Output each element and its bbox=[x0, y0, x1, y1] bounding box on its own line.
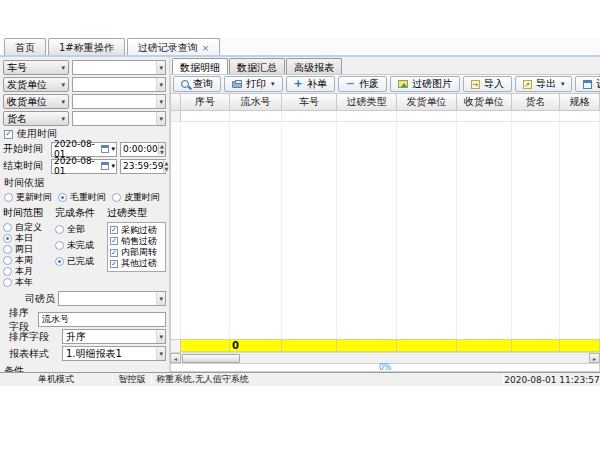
use-time-checkbox[interactable]: ✓ bbox=[4, 130, 13, 139]
col-header-receiver[interactable]: 收货单位 bbox=[457, 94, 512, 111]
radio-tare-time[interactable]: 皮重时间 bbox=[112, 191, 160, 203]
start-date-picker[interactable]: 2020-08-01 ▾ bbox=[51, 142, 117, 157]
weigh-photo-button[interactable]: 过磅图片 bbox=[390, 76, 460, 92]
radio-update-time[interactable]: 更新时间 bbox=[4, 191, 52, 203]
col-header-weightype[interactable]: 过磅类型 bbox=[337, 94, 397, 111]
radio-range-twodays[interactable]: 两日 bbox=[3, 244, 55, 254]
col-header-spec[interactable]: 规格 bbox=[560, 94, 600, 111]
col-header-goods[interactable]: 货名 bbox=[512, 94, 560, 111]
radio-range-week[interactable]: 本周 bbox=[3, 255, 55, 265]
time-basis-options: 更新时间 毛重时间 皮重时间 bbox=[4, 191, 166, 203]
radio-range-month[interactable]: 本月 bbox=[3, 266, 55, 276]
tab-weigh-operation[interactable]: 1#称重操作 bbox=[48, 38, 125, 55]
vehicle-field-label: 车号 bbox=[7, 61, 27, 75]
export-icon bbox=[523, 80, 532, 89]
data-tabstrip: 数据明细 数据汇总 高级报表 bbox=[170, 57, 600, 74]
end-date-picker[interactable]: 2020-08-01 ▾ bbox=[51, 159, 117, 174]
tab-record-query-label: 过磅记录查询 bbox=[138, 41, 198, 55]
grid-body[interactable] bbox=[171, 122, 600, 339]
radio-range-year-label: 本年 bbox=[15, 276, 33, 289]
goods-value-combo[interactable]: ▾ bbox=[72, 111, 166, 126]
close-icon[interactable]: × bbox=[202, 43, 210, 53]
sort-field-input[interactable] bbox=[38, 312, 166, 327]
tab-home[interactable]: 首页 bbox=[4, 38, 46, 55]
report-style-combo[interactable]: 1.明细报表1▾ bbox=[62, 346, 166, 361]
summary-cell bbox=[282, 339, 337, 352]
start-time-spinner[interactable]: 0:00:00 ▲▼ bbox=[120, 142, 166, 157]
radio-finish-incomplete[interactable]: 未完成 bbox=[55, 238, 107, 253]
radio-range-today[interactable]: 本日 bbox=[3, 233, 55, 243]
end-time-spinner[interactable]: 23:59:59 ▲▼ bbox=[120, 159, 166, 174]
tab-record-query[interactable]: 过磅记录查询 × bbox=[127, 38, 221, 55]
checkbox-other-weigh[interactable]: ✓其他过磅 bbox=[110, 259, 163, 269]
settings-button[interactable]: 设置 bbox=[575, 76, 600, 92]
chevron-down-icon: ▾ bbox=[61, 98, 65, 106]
radio-finish-complete[interactable]: 已完成 bbox=[55, 254, 107, 269]
summary-count-cell: 0 bbox=[230, 339, 282, 352]
grid-empty-row bbox=[171, 111, 600, 122]
report-style-label: 报表样式 bbox=[3, 347, 59, 361]
chevron-down-icon: ▾ bbox=[156, 112, 165, 125]
radio-finish-all[interactable]: 全部 bbox=[55, 222, 107, 237]
col-header-shipper[interactable]: 发货单位 bbox=[397, 94, 457, 111]
settings-button-label: 设置 bbox=[596, 77, 600, 91]
progress-bar: 0% bbox=[170, 363, 600, 372]
vehicle-value-combo[interactable]: ▾ bbox=[72, 60, 166, 75]
checkbox-checked-icon: ✓ bbox=[110, 226, 118, 234]
radio-gross-time[interactable]: 毛重时间 bbox=[58, 191, 106, 203]
sort-order-combo[interactable]: 升序▾ bbox=[62, 329, 166, 344]
query-button[interactable]: 查询 bbox=[173, 76, 221, 92]
weigh-type-column: 过磅类型 ✓采购过磅 ✓销售过磅 ✓内部周转 ✓其他过磅 bbox=[107, 206, 166, 288]
chevron-down-icon: ▾ bbox=[111, 145, 115, 153]
printer-icon bbox=[232, 81, 242, 88]
tab-weigh-operation-label: 1#称重操作 bbox=[59, 41, 114, 55]
checkbox-other-label: 其他过磅 bbox=[121, 257, 157, 270]
end-time-value: 23:59:59 bbox=[123, 161, 163, 171]
weigher-label: 司磅员 bbox=[3, 292, 55, 306]
radio-range-custom[interactable]: 自定义 bbox=[3, 222, 55, 232]
checkbox-purchase-weigh[interactable]: ✓采购过磅 bbox=[110, 225, 163, 235]
report-style-row: 报表样式 1.明细报表1▾ bbox=[3, 346, 166, 361]
print-button[interactable]: 打印▾ bbox=[224, 76, 283, 92]
shipper-value-combo[interactable]: ▾ bbox=[72, 77, 166, 92]
export-button[interactable]: 导出▾ bbox=[515, 76, 573, 92]
condition-group-label: 条件 bbox=[4, 364, 166, 372]
shipper-field-dropdown[interactable]: 发货单位▾ bbox=[3, 77, 69, 92]
col-header-serial[interactable]: 流水号 bbox=[230, 94, 282, 111]
radio-icon bbox=[112, 193, 121, 202]
chevron-down-icon: ▾ bbox=[111, 162, 115, 170]
chevron-down-icon: ▾ bbox=[156, 61, 165, 74]
tab-data-detail[interactable]: 数据明细 bbox=[172, 58, 228, 74]
tab-data-summary[interactable]: 数据汇总 bbox=[229, 58, 285, 74]
settings-icon bbox=[583, 80, 592, 89]
void-button[interactable]: −作废 bbox=[338, 76, 387, 92]
scrollbar-thumb[interactable] bbox=[182, 354, 240, 363]
chevron-down-icon: ▾ bbox=[61, 115, 65, 123]
radio-icon bbox=[55, 241, 64, 250]
weigher-combo[interactable]: ▾ bbox=[58, 291, 166, 306]
receiver-value-combo[interactable]: ▾ bbox=[72, 94, 166, 109]
col-header-seq[interactable]: 序号 bbox=[181, 94, 230, 111]
tab-home-label: 首页 bbox=[15, 41, 35, 55]
checkbox-sale-weigh[interactable]: ✓销售过磅 bbox=[110, 236, 163, 246]
goods-field-label: 货名 bbox=[7, 112, 27, 126]
vehicle-field-dropdown[interactable]: 车号▾ bbox=[3, 60, 69, 75]
spinner-arrows[interactable]: ▲▼ bbox=[158, 143, 165, 155]
receiver-field-dropdown[interactable]: 收货单位▾ bbox=[3, 94, 69, 109]
filter-panel: 车号▾ ▾ 发货单位▾ ▾ 收货单位▾ ▾ 货名▾ ▾ ✓ 使用时间 bbox=[0, 57, 170, 372]
grid-summary-row: 0 bbox=[171, 339, 600, 352]
tab-advanced-report[interactable]: 高级报表 bbox=[286, 58, 342, 74]
scroll-right-icon[interactable]: ▸ bbox=[589, 353, 600, 363]
checkbox-internal-weigh[interactable]: ✓内部周转 bbox=[110, 248, 163, 258]
col-header-vehicle[interactable]: 车号 bbox=[282, 94, 337, 111]
checkbox-checked-icon: ✓ bbox=[110, 260, 118, 268]
supplement-button[interactable]: +补单 bbox=[286, 76, 335, 92]
import-button[interactable]: 导入 bbox=[463, 76, 512, 92]
goods-field-dropdown[interactable]: 货名▾ bbox=[3, 111, 69, 126]
chevron-down-icon: ▾ bbox=[61, 81, 65, 89]
scroll-left-icon[interactable]: ◂ bbox=[170, 353, 181, 363]
horizontal-scrollbar[interactable]: ◂ ▸ bbox=[170, 352, 600, 363]
calendar-icon bbox=[101, 145, 109, 153]
radio-range-year[interactable]: 本年 bbox=[3, 277, 55, 287]
spinner-arrows[interactable]: ▲▼ bbox=[163, 160, 168, 172]
